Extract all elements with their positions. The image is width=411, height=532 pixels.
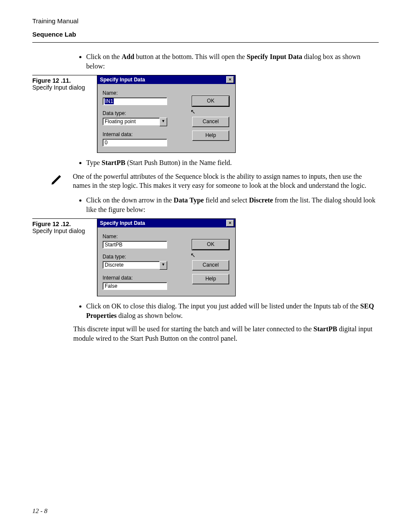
datatype-value: Discrete	[103, 261, 159, 269]
internal-input[interactable]: False	[103, 282, 167, 290]
close-icon[interactable]: ×	[226, 220, 234, 227]
dialog-title: Specify Input Data	[100, 220, 145, 226]
cancel-button[interactable]: Cancel	[192, 260, 229, 271]
help-button[interactable]: Help	[192, 131, 229, 141]
cursor-icon: ↖	[190, 252, 196, 258]
dialog-title: Specify Input Data	[100, 77, 145, 83]
datatype-combo[interactable]: Floating point ▼	[103, 118, 167, 126]
bullet-1: Click on the Add button at the bottom. T…	[86, 52, 379, 71]
close-icon[interactable]: ×	[226, 76, 234, 83]
header-line-2: Sequence Lab	[32, 31, 379, 38]
name-input[interactable]: IN1	[103, 97, 167, 105]
figure-12-caption: Figure 12 .12. Specify Input dialog	[32, 218, 97, 234]
datatype-combo[interactable]: Discrete ▼	[103, 261, 167, 270]
pencil-note-icon	[32, 172, 73, 187]
specify-input-dialog-1: Specify Input Data × Name: IN1 Data type…	[97, 75, 236, 153]
bullet-3: Click on the down arrow in the Data Type…	[86, 196, 379, 214]
chevron-down-icon[interactable]: ▼	[159, 261, 167, 270]
cursor-icon: ↖	[190, 108, 196, 115]
note-text: One of the powerful attributes of the Se…	[73, 172, 379, 190]
trailing-paragraph: This discrete input will be used for sta…	[73, 324, 379, 343]
bullet-4: Click on OK to close this dialog. The in…	[86, 302, 379, 320]
dialog-titlebar[interactable]: Specify Input Data ×	[97, 219, 235, 227]
datatype-label: Data type:	[103, 254, 186, 260]
chevron-down-icon[interactable]: ▼	[159, 118, 167, 126]
name-label: Name:	[103, 233, 186, 240]
internal-input[interactable]: 0	[103, 139, 167, 146]
specify-input-dialog-2: Specify Input Data × Name: StartPB Data …	[97, 218, 236, 296]
name-input[interactable]: StartPB	[103, 241, 167, 249]
internal-label: Internal data:	[103, 275, 186, 281]
figure-11-caption: Figure 12 .11. Specify Input dialog	[32, 75, 97, 91]
cancel-button[interactable]: Cancel	[192, 117, 229, 127]
internal-label: Internal data:	[103, 131, 186, 137]
bullet-2: Type StartPB (Start Push Button) in the …	[86, 158, 379, 168]
ok-button[interactable]: OK	[192, 96, 229, 106]
datatype-label: Data type:	[103, 110, 186, 116]
name-label: Name:	[103, 90, 186, 96]
ok-button[interactable]: OK	[192, 240, 229, 250]
header-line-1: Training Manual	[32, 17, 379, 25]
header-rule	[32, 42, 379, 43]
help-button[interactable]: Help	[192, 274, 229, 284]
dialog-titlebar[interactable]: Specify Input Data ×	[97, 75, 235, 84]
datatype-value: Floating point	[103, 118, 159, 125]
page-number: 12 - 8	[32, 507, 47, 515]
